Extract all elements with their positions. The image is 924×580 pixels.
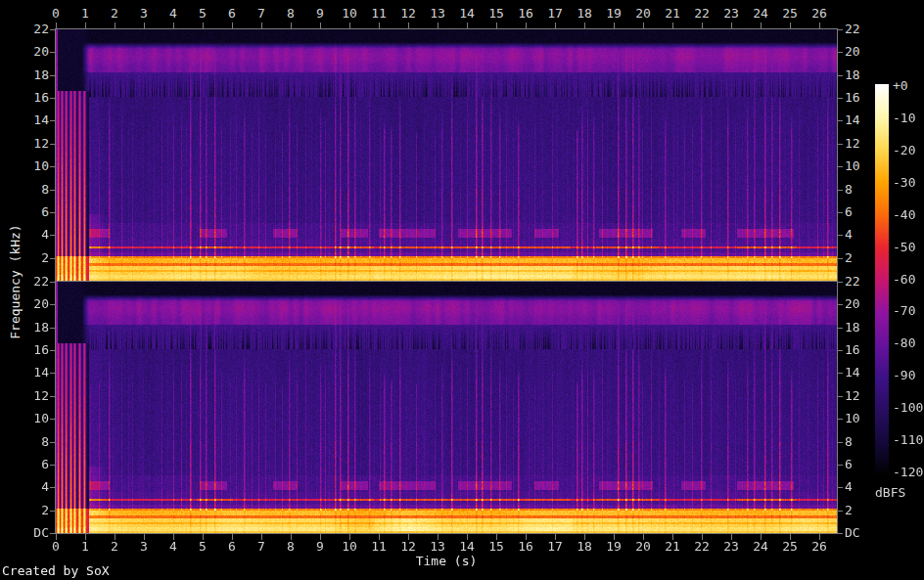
- y-tick-label-left: 12: [23, 389, 49, 403]
- y-tick-mark-right: [838, 533, 843, 534]
- sox-spectrogram-figure: Frequency (kHz) 001122334455667788991010…: [0, 0, 924, 580]
- x-tick-label-bottom: 19: [599, 540, 628, 554]
- y-tick-mark-right: [838, 282, 843, 283]
- y-tick-label-right: 14: [845, 366, 878, 379]
- colorbar-tick-label: -80: [893, 336, 915, 350]
- x-tick-label-bottom: 8: [276, 540, 305, 554]
- x-tick-label-top: 21: [658, 7, 687, 21]
- y-tick-label-left: 22: [23, 22, 49, 36]
- x-tick-label-top: 7: [247, 7, 276, 21]
- x-tick-label-bottom: 9: [305, 540, 335, 554]
- y-tick-label-right: 14: [845, 113, 878, 127]
- y-tick-label-left: 12: [23, 137, 49, 151]
- y-tick-mark-right: [838, 442, 843, 443]
- y-tick-mark-left: [50, 144, 55, 145]
- x-tick-label-top: 10: [335, 7, 364, 21]
- x-axis-title: Time (s): [388, 555, 505, 568]
- x-tick-label-top: 19: [599, 7, 628, 21]
- colorbar-gradient: [875, 84, 889, 476]
- y-tick-label-left: DC: [23, 526, 49, 540]
- y-tick-mark-left: [50, 258, 55, 259]
- y-tick-mark-right: [838, 328, 843, 329]
- x-tick-label-bottom: 25: [775, 540, 805, 554]
- y-tick-mark-left: [50, 190, 55, 191]
- y-tick-mark-left: [50, 166, 55, 167]
- y-axis-title: Frequency (kHz): [9, 224, 23, 338]
- y-tick-mark-left: [50, 304, 55, 305]
- x-tick-label-bottom: 12: [393, 540, 423, 554]
- x-tick-mark-top: [496, 22, 497, 28]
- y-tick-label-left: 10: [23, 412, 49, 425]
- x-tick-label-top: 1: [70, 7, 100, 21]
- x-tick-label-top: 2: [100, 7, 129, 21]
- y-tick-label-right: 8: [845, 435, 878, 449]
- y-tick-label-left: 16: [23, 91, 49, 105]
- x-tick-label-bottom: 16: [511, 540, 540, 554]
- x-tick-mark-top: [261, 22, 262, 28]
- x-tick-label-bottom: 17: [540, 540, 570, 554]
- x-tick-mark-top: [379, 22, 380, 28]
- x-tick-mark-top: [349, 22, 350, 28]
- x-tick-label-top: 18: [570, 7, 599, 21]
- colorbar-tick-label: -100: [893, 401, 923, 415]
- axis-frame-top: [55, 28, 838, 29]
- x-tick-label-top: 16: [511, 7, 540, 21]
- y-tick-label-left: 4: [23, 228, 49, 242]
- x-tick-mark-top: [702, 22, 703, 28]
- y-tick-label-left: 20: [23, 45, 49, 59]
- x-tick-mark-top: [438, 22, 439, 28]
- y-tick-label-right: 20: [845, 297, 878, 311]
- y-tick-label-left: 16: [23, 343, 49, 357]
- x-tick-mark-top: [790, 22, 791, 28]
- y-tick-mark-right: [838, 120, 843, 121]
- y-tick-label-right: DC: [845, 526, 878, 540]
- x-tick-label-top: 4: [159, 7, 188, 21]
- y-tick-mark-right: [838, 144, 843, 145]
- x-tick-mark-top: [819, 22, 820, 28]
- x-tick-mark-top: [56, 22, 57, 28]
- x-tick-label-bottom: 2: [100, 540, 129, 554]
- y-tick-label-right: 22: [845, 275, 878, 289]
- x-tick-label-bottom: 18: [570, 540, 599, 554]
- x-tick-mark-top: [85, 22, 86, 28]
- y-tick-label-right: 18: [845, 321, 878, 335]
- x-tick-label-bottom: 22: [687, 540, 716, 554]
- y-tick-mark-right: [838, 373, 843, 374]
- colorbar-tick-label: -60: [893, 273, 915, 287]
- y-tick-mark-left: [50, 511, 55, 512]
- y-tick-label-right: 10: [845, 159, 878, 173]
- x-tick-label-bottom: 14: [452, 540, 482, 554]
- colorbar-tick-label: -40: [893, 208, 915, 222]
- y-tick-label-left: 4: [23, 480, 49, 494]
- x-tick-label-top: 5: [188, 7, 217, 21]
- x-tick-label-bottom: 15: [482, 540, 511, 554]
- colorbar-tick-label: -10: [893, 112, 915, 125]
- y-tick-mark-right: [838, 190, 843, 191]
- colorbar-tick-label: -20: [893, 144, 915, 157]
- colorbar-tick-label: -110: [893, 433, 923, 447]
- y-tick-label-right: 22: [845, 22, 878, 36]
- x-tick-mark-top: [526, 22, 527, 28]
- x-tick-label-top: 22: [687, 7, 716, 21]
- colorbar-tick-label: -50: [893, 241, 915, 254]
- x-tick-label-top: 9: [305, 7, 335, 21]
- y-tick-mark-right: [838, 258, 843, 259]
- y-tick-label-right: 2: [845, 251, 878, 265]
- x-tick-label-top: 25: [775, 7, 805, 21]
- x-tick-label-bottom: 1: [70, 540, 100, 554]
- y-tick-label-right: 4: [845, 228, 878, 242]
- y-tick-mark-left: [50, 29, 55, 30]
- y-tick-label-left: 14: [23, 366, 49, 379]
- y-tick-label-left: 14: [23, 113, 49, 127]
- x-tick-label-top: 26: [805, 7, 834, 21]
- x-tick-label-bottom: 6: [217, 540, 247, 554]
- y-tick-mark-left: [50, 350, 55, 351]
- spectrogram-channel-2-canvas: [56, 282, 837, 533]
- x-tick-mark-top: [115, 22, 116, 28]
- y-tick-mark-right: [838, 29, 843, 30]
- y-tick-mark-left: [50, 465, 55, 466]
- x-tick-mark-top: [291, 22, 292, 28]
- x-tick-label-top: 13: [423, 7, 452, 21]
- y-tick-label-right: 12: [845, 137, 878, 151]
- y-tick-mark-left: [50, 75, 55, 76]
